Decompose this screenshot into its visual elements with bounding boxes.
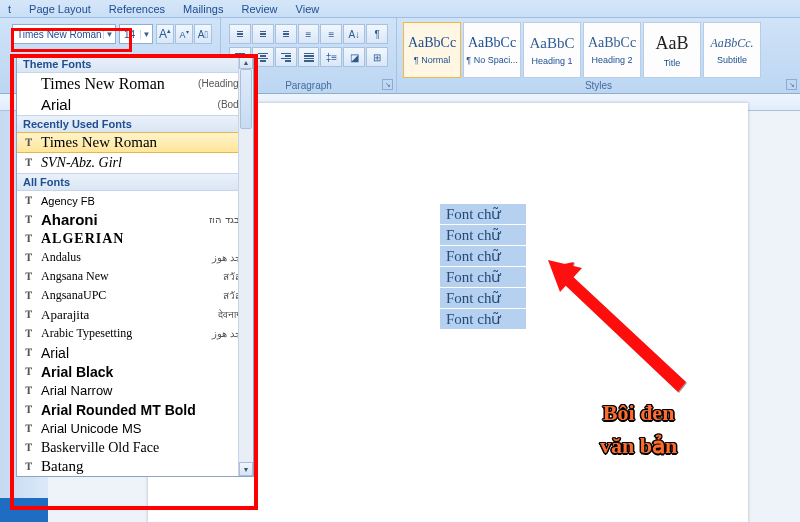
font-size-value: 14 xyxy=(120,29,140,40)
menu-references[interactable]: References xyxy=(109,3,165,15)
dropdown-section-recent: Recently Used Fonts xyxy=(17,115,253,133)
dropdown-scrollbar[interactable]: ▲ ▼ xyxy=(238,55,253,476)
styles-dialog-launcher[interactable]: ↘ xyxy=(786,79,797,90)
chevron-down-icon[interactable]: ▼ xyxy=(140,30,152,39)
dropdown-section-theme: Theme Fonts xyxy=(17,55,253,73)
font-option[interactable]: 𝐓Aharoniאבגד הוז xyxy=(17,210,253,229)
scroll-thumb[interactable] xyxy=(240,69,252,129)
scroll-down-icon[interactable]: ▼ xyxy=(239,462,253,476)
font-size-combo[interactable]: 14 ▼ xyxy=(119,24,153,44)
font-option[interactable]: 𝐓Baskerville Old Face xyxy=(17,438,253,457)
font-type-icon: 𝐓 xyxy=(21,346,35,359)
font-type-icon: 𝐓 xyxy=(21,327,35,340)
font-type-icon: 𝐓 xyxy=(21,156,35,169)
menu-review[interactable]: Review xyxy=(241,3,277,15)
font-option-theme-headings[interactable]: Times New Roman (Headings) xyxy=(17,73,253,94)
font-type-icon: 𝐓 xyxy=(21,403,35,416)
align-center-button[interactable] xyxy=(252,47,274,67)
shading-button[interactable]: ◪ xyxy=(343,47,365,67)
font-option[interactable]: 𝐓AngsanaUPCสวัสดี xyxy=(17,286,253,305)
clear-formatting-button[interactable]: A⃰ xyxy=(194,24,212,44)
font-name-value: Times New Roman xyxy=(13,29,103,40)
decrease-indent-button[interactable]: ≡ xyxy=(298,24,320,44)
styles-group: AaBbCc ¶ Normal AaBbCc ¶ No Spaci... AaB… xyxy=(396,18,800,93)
font-option[interactable]: 𝐓Batang xyxy=(17,457,253,476)
styles-gallery: AaBbCc ¶ Normal AaBbCc ¶ No Spaci... AaB… xyxy=(403,22,794,78)
scroll-up-icon[interactable]: ▲ xyxy=(239,55,253,69)
line-spacing-button[interactable]: ‡≡ xyxy=(320,47,342,67)
multilevel-list-button[interactable] xyxy=(275,24,297,44)
align-right-button[interactable] xyxy=(275,47,297,67)
font-option[interactable]: 𝐓Arabic Typesettingأبجد هوز xyxy=(17,324,253,343)
font-type-icon: 𝐓 xyxy=(21,460,35,473)
style-normal[interactable]: AaBbCc ¶ Normal xyxy=(403,22,461,78)
selected-line: Font chữ xyxy=(440,225,526,245)
style-heading-2[interactable]: AaBbCc Heading 2 xyxy=(583,22,641,78)
font-option[interactable]: 𝐓Andalusأبجد هوز xyxy=(17,248,253,267)
font-option[interactable]: 𝐓Aparajitaदेवनागरी xyxy=(17,305,253,324)
font-type-icon: 𝐓 xyxy=(21,136,35,149)
font-type-icon: 𝐓 xyxy=(21,441,35,454)
style-heading-1[interactable]: AaBbC Heading 1 xyxy=(523,22,581,78)
font-type-icon: 𝐓 xyxy=(21,422,35,435)
font-option[interactable]: 𝐓Angsana Newสวัสดี xyxy=(17,267,253,286)
selected-line: Font chữ xyxy=(440,288,526,308)
numbering-button[interactable] xyxy=(252,24,274,44)
status-bar-fragment xyxy=(0,498,48,522)
borders-button[interactable]: ⊞ xyxy=(366,47,388,67)
font-type-icon: 𝐓 xyxy=(21,365,35,378)
menu-bar: t Page Layout References Mailings Review… xyxy=(0,0,800,18)
chevron-down-icon[interactable]: ▼ xyxy=(103,30,115,39)
font-type-icon: 𝐓 xyxy=(21,232,35,245)
font-type-icon: 𝐓 xyxy=(21,270,35,283)
menu-tab-fragment[interactable]: t xyxy=(8,3,11,15)
paragraph-dialog-launcher[interactable]: ↘ xyxy=(382,79,393,90)
selected-line: Font chữ xyxy=(440,246,526,266)
sort-button[interactable]: A↓ xyxy=(343,24,365,44)
style-subtitle[interactable]: AaBbCc. Subtitle xyxy=(703,22,761,78)
font-type-icon: 𝐓 xyxy=(21,251,35,264)
style-title[interactable]: AaB Title xyxy=(643,22,701,78)
menu-view[interactable]: View xyxy=(296,3,320,15)
menu-mailings[interactable]: Mailings xyxy=(183,3,223,15)
selected-text-block[interactable]: Font chữ Font chữ Font chữ Font chữ Font… xyxy=(440,204,526,330)
font-type-icon: 𝐓 xyxy=(21,194,35,207)
font-option[interactable]: 𝐓Arial Unicode MS xyxy=(17,419,253,438)
font-option-recent[interactable]: 𝐓 SVN-Abz. Girl xyxy=(17,152,253,173)
dropdown-section-all: All Fonts xyxy=(17,173,253,191)
font-option-theme-body[interactable]: Arial (Body) xyxy=(17,94,253,115)
selected-line: Font chữ xyxy=(440,267,526,287)
font-type-icon: 𝐓 xyxy=(21,308,35,321)
font-option-recent-selected[interactable]: 𝐓 Times New Roman xyxy=(16,132,254,153)
increase-indent-button[interactable]: ≡ xyxy=(320,24,342,44)
font-option[interactable]: 𝐓Arial xyxy=(17,343,253,362)
font-option[interactable]: 𝐓ALGERIAN xyxy=(17,229,253,248)
selected-line: Font chữ xyxy=(440,204,526,224)
bullets-button[interactable] xyxy=(229,24,251,44)
annotation-text: Bôi đen văn bản xyxy=(600,396,677,462)
shrink-font-button[interactable]: A▾ xyxy=(175,24,193,44)
grow-font-button[interactable]: A▴ xyxy=(156,24,174,44)
style-no-spacing[interactable]: AaBbCc ¶ No Spaci... xyxy=(463,22,521,78)
font-option[interactable]: 𝐓Arial Rounded MT Bold xyxy=(17,400,253,419)
font-option[interactable]: 𝐓Arial Narrow xyxy=(17,381,253,400)
show-marks-button[interactable]: ¶ xyxy=(366,24,388,44)
font-dropdown-panel: Theme Fonts Times New Roman (Headings) A… xyxy=(16,54,254,477)
justify-button[interactable] xyxy=(298,47,320,67)
font-option[interactable]: 𝐓Arial Black xyxy=(17,362,253,381)
font-type-icon: 𝐓 xyxy=(21,289,35,302)
font-type-icon: 𝐓 xyxy=(21,384,35,397)
font-type-icon: 𝐓 xyxy=(21,213,35,226)
selected-line: Font chữ xyxy=(440,309,526,329)
font-option[interactable]: 𝐓Agency FB xyxy=(17,191,253,210)
styles-group-label: Styles xyxy=(397,80,800,91)
menu-page-layout[interactable]: Page Layout xyxy=(29,3,91,15)
font-name-combo[interactable]: Times New Roman ▼ xyxy=(12,24,116,44)
